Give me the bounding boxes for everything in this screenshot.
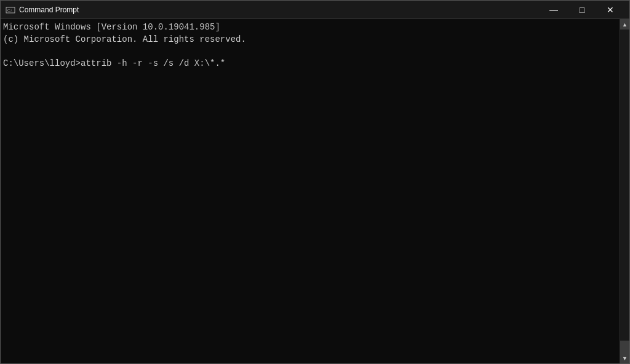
close-button[interactable]: ✕ bbox=[596, 1, 624, 19]
title-bar-left: C:\ Command Prompt bbox=[6, 5, 79, 15]
cmd-window: C:\ Command Prompt — □ ✕ Microsoft Windo… bbox=[0, 0, 630, 364]
window-controls: — □ ✕ bbox=[540, 1, 624, 19]
scrollbar-thumb[interactable] bbox=[620, 341, 629, 353]
console-area: Microsoft Windows [Version 10.0.19041.98… bbox=[1, 19, 629, 363]
maximize-button[interactable]: □ bbox=[568, 1, 596, 19]
scroll-down-arrow[interactable]: ▼ bbox=[620, 353, 630, 363]
scrollbar[interactable]: ▲ ▼ bbox=[620, 19, 629, 363]
cmd-icon: C:\ bbox=[6, 5, 15, 15]
minimize-button[interactable]: — bbox=[540, 1, 568, 19]
console-output[interactable]: Microsoft Windows [Version 10.0.19041.98… bbox=[1, 19, 620, 363]
svg-text:C:\: C:\ bbox=[7, 9, 12, 12]
title-bar: C:\ Command Prompt — □ ✕ bbox=[1, 1, 629, 19]
console-line bbox=[3, 46, 617, 58]
console-line: (c) Microsoft Corporation. All rights re… bbox=[3, 34, 617, 46]
scrollbar-track bbox=[620, 30, 629, 353]
window-title: Command Prompt bbox=[19, 6, 79, 14]
console-line: Microsoft Windows [Version 10.0.19041.98… bbox=[3, 22, 617, 34]
scroll-up-arrow[interactable]: ▲ bbox=[620, 19, 630, 30]
console-line: C:\Users\lloyd>attrib -h -r -s /s /d X:\… bbox=[3, 58, 617, 70]
